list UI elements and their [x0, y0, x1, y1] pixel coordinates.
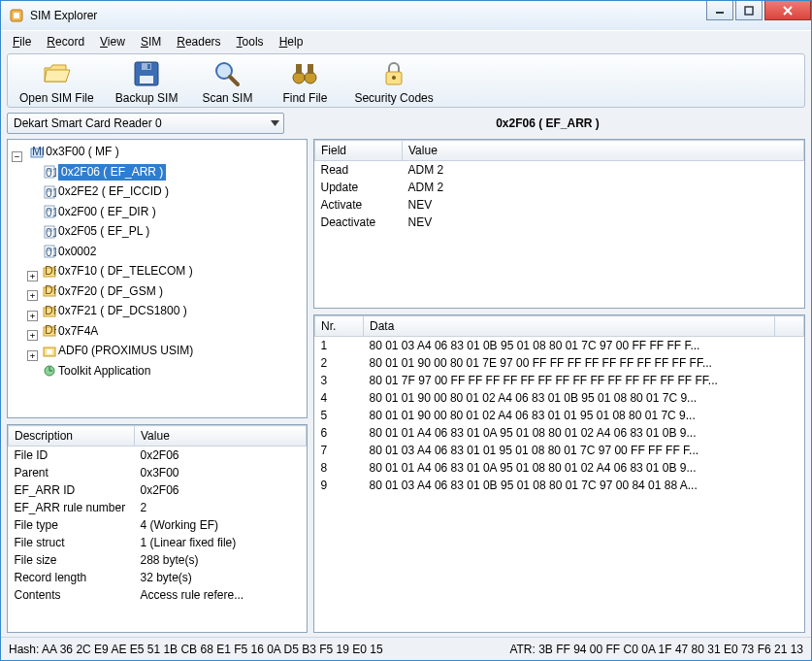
value-header[interactable]: Value [135, 426, 307, 446]
record-row[interactable]: 880 01 01 A4 06 83 01 0A 95 01 08 80 01 … [315, 459, 804, 477]
minimize-button[interactable] [706, 1, 733, 20]
nr-header[interactable]: Nr. [315, 316, 364, 337]
value-header[interactable]: Value [403, 141, 804, 161]
record-row[interactable]: 480 01 01 90 00 80 01 02 A4 06 83 01 0B … [315, 389, 804, 407]
svg-text:01: 01 [46, 246, 56, 258]
svg-rect-49 [47, 349, 52, 354]
toolbar-label: Open SIM File [19, 91, 94, 105]
desc-row[interactable]: File size288 byte(s) [9, 551, 307, 569]
tree-expander[interactable]: + [27, 271, 38, 281]
nr-cell: 3 [315, 372, 364, 389]
record-row[interactable]: 180 01 03 A4 06 83 01 0B 95 01 08 80 01 … [315, 337, 804, 355]
open-sim-file-button[interactable]: Open SIM File [14, 56, 100, 107]
tree-node[interactable]: Toolkit Application [41, 363, 152, 380]
desc-row[interactable]: File type4 (Working EF) [9, 516, 307, 534]
svg-point-17 [392, 76, 396, 80]
tree-node[interactable]: 010x2F05 ( EF_PL ) [41, 223, 151, 240]
tree-node[interactable]: 010x2FE2 ( EF_ICCID ) [41, 183, 171, 200]
maximize-button[interactable] [735, 1, 763, 20]
tree-label: 0x2F06 ( EF_ARR ) [58, 164, 166, 181]
desc-row[interactable]: EF_ARR rule number2 [9, 499, 307, 516]
svg-text:01: 01 [46, 166, 56, 179]
titlebar: SIM Explorer [1, 1, 811, 30]
content-area: Dekart Smart Card Reader 0 0x2F06 ( EF_A… [7, 112, 805, 633]
tree-label: 0x2FE2 ( EF_ICCID ) [58, 183, 169, 200]
record-row[interactable]: 680 01 01 A4 06 83 01 0A 95 01 08 80 01 … [315, 424, 804, 442]
menu-view[interactable]: View [94, 33, 131, 50]
menu-readers[interactable]: Readers [171, 33, 226, 50]
menu-tools[interactable]: Tools [231, 33, 270, 50]
tree-node[interactable]: DF0x7F10 ( DF_TELECOM ) [41, 263, 195, 280]
tree-node[interactable]: 010x2F00 ( EF_DIR ) [41, 204, 158, 220]
tree-node[interactable]: ADF0 (PROXIMUS USIM) [41, 343, 195, 359]
record-row[interactable]: 280 01 01 90 00 80 01 7E 97 00 FF FF FF … [315, 354, 804, 372]
tree-node[interactable]: 010x2F06 ( EF_ARR ) [41, 164, 168, 181]
record-row[interactable]: 980 01 03 A4 06 83 01 0B 95 01 08 80 01 … [315, 477, 804, 494]
tree-label: 0x2F05 ( EF_PL ) [58, 223, 149, 240]
reader-select[interactable]: Dekart Smart Card Reader 0 [7, 113, 284, 134]
security-codes-button[interactable]: Security Codes [348, 56, 438, 107]
field-cell: Read [315, 161, 403, 180]
tree-node[interactable]: 010x0002 [41, 244, 98, 260]
value-cell: ADM 2 [403, 161, 804, 180]
tree-expander[interactable]: + [27, 330, 38, 341]
value-cell: 1 (Linear fixed file) [135, 534, 307, 551]
desc-row[interactable]: Parent0x3F00 [9, 464, 307, 481]
tree-label: Toolkit Application [58, 363, 150, 380]
desc-cell: File struct [9, 534, 135, 551]
desc-row[interactable]: ContentsAccess rule refere... [9, 586, 307, 604]
menu-help[interactable]: Help [274, 33, 309, 50]
mf-icon: MF [30, 146, 44, 159]
binoculars-icon [289, 58, 320, 89]
value-cell: NEV [403, 196, 804, 214]
record-row[interactable]: 380 01 7F 97 00 FF FF FF FF FF FF FF FF … [315, 372, 804, 389]
svg-text:DF: DF [45, 284, 56, 297]
folder-open-icon [41, 58, 72, 89]
value-cell: Access rule refere... [135, 586, 307, 604]
desc-row[interactable]: Record length32 byte(s) [9, 569, 307, 586]
desc-header[interactable]: Description [9, 426, 135, 446]
field-row[interactable]: DeactivateNEV [315, 214, 804, 231]
record-row[interactable]: 580 01 01 90 00 80 01 02 A4 06 83 01 01 … [315, 407, 804, 424]
statusbar: Hash: AA 36 2C E9 AE E5 51 1B CB 68 E1 F… [1, 637, 811, 660]
field-row[interactable]: ReadADM 2 [315, 161, 804, 180]
desc-row[interactable]: File ID0x2F06 [9, 446, 307, 465]
field-row[interactable]: UpdateADM 2 [315, 179, 804, 196]
svg-text:DF: DF [45, 324, 56, 337]
svg-text:01: 01 [46, 186, 56, 199]
tree-node[interactable]: DF0x7F20 ( DF_GSM ) [41, 283, 165, 300]
desc-row[interactable]: File struct1 (Linear fixed file) [9, 534, 307, 551]
close-button[interactable] [764, 1, 811, 20]
data-cell: 80 01 7F 97 00 FF FF FF FF FF FF FF FF F… [364, 372, 775, 389]
backup-sim-button[interactable]: Backup SIM [110, 56, 184, 107]
tree-expander[interactable]: + [27, 350, 38, 361]
tree-expander[interactable]: + [27, 311, 38, 321]
value-cell: 2 [135, 499, 307, 516]
svg-rect-15 [308, 64, 313, 74]
scan-sim-button[interactable]: Scan SIM [193, 56, 261, 107]
menu-file[interactable]: File [7, 33, 37, 50]
record-row[interactable]: 780 01 03 A4 06 83 01 01 95 01 08 80 01 … [315, 442, 804, 459]
df-icon: DF [43, 305, 56, 318]
lock-icon [378, 58, 409, 89]
tree-expander[interactable]: + [27, 290, 38, 301]
find-file-button[interactable]: Find File [271, 56, 339, 107]
desc-row[interactable]: EF_ARR ID0x2F06 [9, 481, 307, 499]
data-header[interactable]: Data [364, 316, 775, 337]
desc-cell: Parent [9, 464, 135, 481]
desc-cell: Contents [9, 586, 135, 604]
field-header[interactable]: Field [315, 141, 403, 161]
menu-record[interactable]: Record [41, 33, 90, 50]
tree-node[interactable]: DF0x7F4A [41, 323, 100, 340]
value-cell: 0x2F06 [135, 481, 307, 499]
svg-rect-7 [140, 76, 153, 83]
file-tree[interactable]: − MF 0x3F00 ( MF ) 010x2F06 ( EF_ARR )01… [7, 139, 308, 418]
menu-sim[interactable]: SIM [135, 33, 167, 50]
tree-expander[interactable]: − [12, 151, 22, 162]
tree-node-root[interactable]: MF 0x3F00 ( MF ) [28, 144, 120, 160]
field-row[interactable]: ActivateNEV [315, 196, 804, 214]
menubar: File Record View SIM Readers Tools Help [1, 30, 811, 51]
value-cell: 0x2F06 [135, 446, 307, 465]
tree-label: 0x2F00 ( EF_DIR ) [58, 204, 156, 220]
tree-node[interactable]: DF0x7F21 ( DF_DCS1800 ) [41, 303, 189, 319]
